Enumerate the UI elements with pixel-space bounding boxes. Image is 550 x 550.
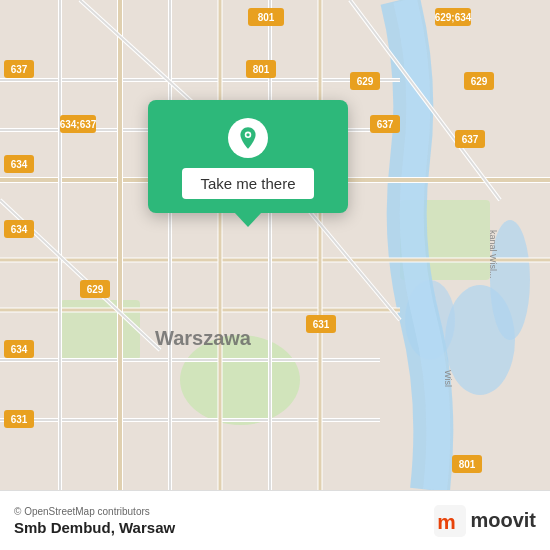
svg-text:801: 801 xyxy=(258,12,275,23)
bottom-left-info: © OpenStreetMap contributors Smb Dembud,… xyxy=(14,506,175,536)
svg-text:629: 629 xyxy=(471,76,488,87)
svg-text:634: 634 xyxy=(11,344,28,355)
svg-text:637: 637 xyxy=(377,119,394,130)
moovit-logo: m moovit xyxy=(434,505,536,537)
map-popup: Take me there xyxy=(148,100,348,213)
svg-text:634: 634 xyxy=(11,159,28,170)
location-pin-icon xyxy=(235,125,261,151)
take-me-there-button[interactable]: Take me there xyxy=(182,168,313,199)
pin-icon-container xyxy=(228,118,268,158)
svg-text:637: 637 xyxy=(11,64,28,75)
map-container: 801 629;634 629 637 634;637 637 637 634 … xyxy=(0,0,550,490)
svg-text:634;637: 634;637 xyxy=(60,119,97,130)
svg-text:Warszawa: Warszawa xyxy=(155,327,252,349)
svg-text:629: 629 xyxy=(357,76,374,87)
svg-text:m: m xyxy=(438,510,457,533)
svg-text:631: 631 xyxy=(313,319,330,330)
svg-text:Wisl: Wisl xyxy=(443,370,453,387)
svg-text:801: 801 xyxy=(253,64,270,75)
svg-text:634: 634 xyxy=(11,224,28,235)
svg-text:631: 631 xyxy=(11,414,28,425)
moovit-brand-text: moovit xyxy=(470,509,536,532)
location-title: Smb Dembud, Warsaw xyxy=(14,519,175,536)
svg-text:801: 801 xyxy=(459,459,476,470)
map-background: 801 629;634 629 637 634;637 637 637 634 … xyxy=(0,0,550,490)
moovit-logo-icon: m xyxy=(434,505,466,537)
svg-point-77 xyxy=(246,133,249,136)
svg-text:629: 629 xyxy=(87,284,104,295)
copyright-text: © OpenStreetMap contributors xyxy=(14,506,175,517)
bottom-bar: © OpenStreetMap contributors Smb Dembud,… xyxy=(0,490,550,550)
svg-text:629;634: 629;634 xyxy=(435,12,472,23)
svg-text:kanal Wisl...: kanal Wisl... xyxy=(488,230,498,279)
svg-text:637: 637 xyxy=(462,134,479,145)
